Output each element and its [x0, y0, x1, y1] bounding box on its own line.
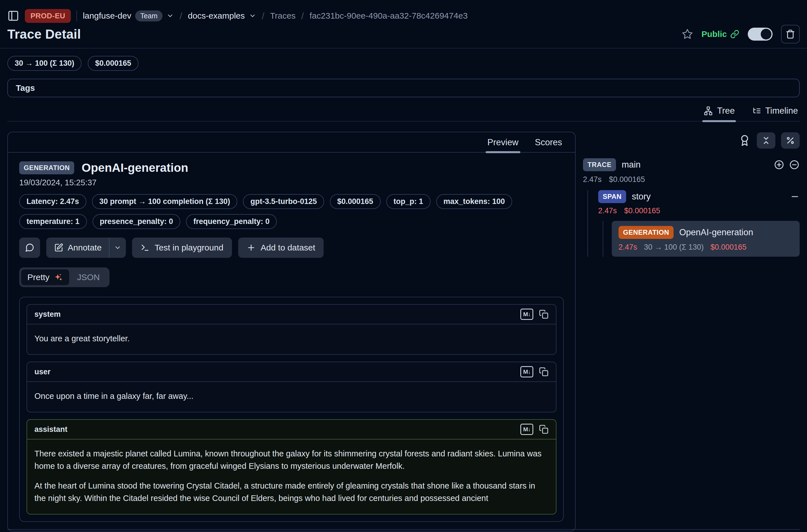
- observation-type-badge: GENERATION: [19, 162, 74, 174]
- message-content: You are a great storyteller.: [27, 324, 556, 354]
- tree-node-span[interactable]: SPAN story: [598, 190, 800, 203]
- breadcrumb-separator: /: [262, 11, 264, 21]
- top-p-badge: top_p: 1: [386, 194, 431, 209]
- message-role: assistant: [34, 425, 68, 434]
- generation-tokens: 30 → 100 (Σ 130): [644, 243, 704, 252]
- public-share-link[interactable]: Public: [701, 29, 739, 39]
- header-divider: [0, 48, 807, 49]
- temperature-badge: temperature: 1: [19, 214, 87, 229]
- star-icon[interactable]: [682, 28, 693, 40]
- page-header: Trace Detail Public: [7, 25, 800, 43]
- breadcrumb-traces-link[interactable]: Traces: [270, 11, 296, 21]
- generation-cost: $0.000165: [711, 243, 747, 252]
- latency-badge: Latency: 2.47s: [19, 194, 86, 209]
- trace-type-badge: TRACE: [583, 158, 616, 171]
- token-usage-badge: 30 prompt → 100 completion (Σ 130): [92, 194, 237, 209]
- fold-vertical-icon: [762, 136, 771, 145]
- trace-detail-page: PROD-EU langfuse-dev Team / docs-example…: [0, 0, 807, 532]
- annotate-button[interactable]: Annotate: [46, 238, 109, 258]
- tab-timeline[interactable]: Timeline: [752, 106, 798, 116]
- trace-cost: $0.000165: [609, 175, 645, 184]
- message-role: system: [34, 310, 61, 319]
- copy-icon[interactable]: [539, 367, 548, 377]
- markdown-toggle-icon[interactable]: M↓: [520, 366, 533, 377]
- percent-icon: [786, 136, 795, 145]
- circle-plus-icon[interactable]: [774, 159, 784, 170]
- breadcrumb-project[interactable]: docs-examples: [188, 11, 256, 21]
- trace-name: main: [622, 160, 640, 170]
- timeline-icon: [752, 106, 761, 116]
- header-actions: Public: [682, 25, 800, 43]
- tags-label: Tags: [16, 83, 35, 93]
- panel-tabs: Preview Scores: [8, 132, 575, 153]
- tab-tree[interactable]: Tree: [703, 106, 735, 116]
- observation-detail-card: Preview Scores GENERATION OpenAI-generat…: [7, 132, 576, 531]
- span-metrics: 2.47s $0.000165: [598, 207, 800, 215]
- observation-header: GENERATION OpenAI-generation: [19, 161, 564, 175]
- tree-icon: [703, 106, 713, 116]
- active-tab-underline: [486, 151, 520, 153]
- annotate-dropdown-button[interactable]: [110, 238, 126, 258]
- tree-panel-controls: [583, 132, 800, 149]
- max-tokens-badge: max_tokens: 100: [436, 194, 512, 209]
- comment-button[interactable]: [19, 238, 40, 258]
- breadcrumb: PROD-EU langfuse-dev Team / docs-example…: [7, 0, 800, 23]
- format-pretty-button[interactable]: Pretty: [21, 269, 69, 285]
- presence-penalty-badge: presence_penalty: 0: [93, 214, 181, 229]
- environment-badge: PROD-EU: [25, 9, 71, 23]
- annotate-split-button: Annotate: [46, 238, 126, 258]
- collapse-node-icon[interactable]: [790, 192, 800, 202]
- span-name: story: [632, 192, 651, 202]
- org-role-badge: Team: [135, 11, 163, 21]
- generation-name: OpenAI-generation: [679, 227, 753, 238]
- message-header: system M↓: [27, 305, 556, 324]
- model-badge: gpt-3.5-turbo-0125: [243, 194, 324, 209]
- delete-trace-button[interactable]: [781, 25, 800, 43]
- trash-icon: [786, 29, 795, 39]
- tab-scores[interactable]: Scores: [535, 137, 562, 148]
- plus-icon: [247, 243, 256, 252]
- trace-tree-panel: TRACE main 2.47s $0.000165: [583, 132, 800, 257]
- chevron-down-icon: [114, 244, 121, 251]
- test-in-playground-button[interactable]: Test in playground: [132, 238, 232, 258]
- terminal-icon: [140, 243, 150, 252]
- breadcrumb-organization[interactable]: langfuse-dev Team: [83, 11, 174, 21]
- toggle-knob: [761, 29, 771, 39]
- format-json-button[interactable]: JSON: [69, 269, 108, 285]
- tab-preview[interactable]: Preview: [487, 137, 518, 148]
- tree-node-generation-selected[interactable]: GENERATION OpenAI-generation 2.47s 30 → …: [612, 221, 800, 257]
- message-system: system M↓ You are a great storyteller.: [26, 304, 557, 355]
- message-user: user M↓ Once upon a time in a galaxy far…: [26, 362, 557, 412]
- span-latency: 2.47s: [598, 207, 617, 215]
- copy-icon[interactable]: [539, 424, 548, 434]
- trace-metrics: 2.47s $0.000165: [583, 175, 800, 184]
- tags-container[interactable]: Tags: [7, 79, 800, 97]
- circle-minus-icon[interactable]: [789, 159, 800, 170]
- add-to-dataset-button[interactable]: Add to dataset: [238, 238, 324, 258]
- generation-metrics: 2.47s 30 → 100 (Σ 130) $0.000165: [619, 243, 793, 252]
- message-content: There existed a majestic planet called L…: [27, 439, 556, 514]
- markdown-toggle-icon[interactable]: M↓: [520, 424, 533, 435]
- sidebar-toggle-icon[interactable]: [7, 10, 19, 22]
- tree-node-trace[interactable]: TRACE main: [583, 158, 800, 171]
- markdown-toggle-icon[interactable]: M↓: [520, 309, 533, 320]
- page-bottom-divider: [7, 529, 800, 530]
- span-cost: $0.000165: [624, 207, 660, 215]
- span-type-badge: SPAN: [598, 190, 626, 203]
- copy-icon[interactable]: [539, 309, 548, 319]
- award-icon[interactable]: [739, 135, 751, 146]
- observation-timestamp: 19/03/2024, 15:25:37: [19, 178, 564, 187]
- show-metrics-button[interactable]: [781, 132, 800, 149]
- collapse-all-button[interactable]: [757, 132, 775, 149]
- observation-name: OpenAI-generation: [81, 161, 188, 175]
- generation-type-badge: GENERATION: [619, 226, 674, 239]
- trace-token-usage-badge: 30 → 100 (Σ 130): [7, 56, 81, 71]
- trace-badges: 30 → 100 (Σ 130) $0.000165: [7, 56, 800, 71]
- generation-latency: 2.47s: [619, 243, 637, 252]
- trace-latency: 2.47s: [583, 175, 602, 184]
- messages-container: system M↓ You are a great storyteller.: [19, 297, 564, 522]
- breadcrumb-separator: /: [301, 11, 304, 21]
- message-header: assistant M↓: [27, 420, 556, 439]
- public-toggle[interactable]: [748, 27, 773, 41]
- message-assistant: assistant M↓ There existed a majestic pl…: [26, 419, 557, 514]
